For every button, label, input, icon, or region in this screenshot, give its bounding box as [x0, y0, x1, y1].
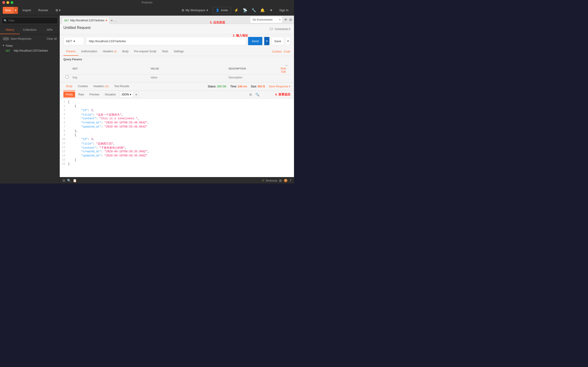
format-select[interactable]: JSON ▾	[120, 92, 133, 98]
req-tab-authorization[interactable]: Authorization	[78, 48, 100, 56]
req-tab-body[interactable]: Body	[120, 48, 131, 56]
new-button[interactable]: New	[3, 7, 13, 14]
person-icon: 👤	[216, 8, 219, 12]
new-dropdown-arrow[interactable]: ▾	[13, 7, 18, 14]
sidebar-tab-apis[interactable]: APIs	[40, 26, 60, 34]
method-badge: GET	[6, 50, 12, 52]
send-button[interactable]: Send	[248, 37, 262, 45]
description-input[interactable]	[229, 76, 288, 79]
request-subtabs: Params Authorization Headers (6) Body Pr…	[60, 48, 294, 56]
invite-button[interactable]: 👤 Invite	[213, 7, 231, 14]
copy-button[interactable]: ⧉	[248, 92, 254, 98]
env-select-wrapper: No Environment ▾	[250, 16, 282, 23]
code-body[interactable]: 1 [ 2 { 3 "id": 2, 4 "title": "这是一个寂寞的天"…	[60, 99, 294, 177]
workspace-label: My Workspace	[186, 8, 205, 12]
save-dropdown[interactable]: ▾	[286, 37, 290, 45]
req-tab-prerequest[interactable]: Pre-request Script	[131, 48, 159, 56]
more-tabs-button[interactable]: ···	[114, 19, 117, 23]
cookies-link[interactable]: Cookies	[272, 50, 282, 53]
code-line-14: 14 "updated_at": "2020-04-18T08:56:35.94…	[60, 154, 294, 158]
notifications-button[interactable]: 🔔	[259, 7, 266, 14]
save-response-button[interactable]: Save Response ▾	[269, 85, 290, 88]
resp-tab-body[interactable]: Body	[63, 82, 75, 91]
req-tab-params[interactable]: Params	[63, 48, 78, 56]
env-eye-button[interactable]: 👁	[284, 18, 287, 22]
bootcamp-icon: 🎓	[262, 179, 265, 182]
resp-tab-test-results[interactable]: Test Results	[111, 82, 132, 91]
history-group-today[interactable]: ▾ Today	[0, 43, 60, 48]
save-button[interactable]: Save	[271, 37, 284, 45]
search-icon[interactable]: 🔍	[67, 179, 71, 182]
close-button[interactable]	[2, 1, 5, 4]
method-select[interactable]: GET ▾	[63, 37, 84, 45]
workspace-arrow: ▾	[207, 8, 208, 12]
value-input[interactable]	[151, 76, 225, 79]
sidebar-tabs: History Collections APIs	[0, 26, 60, 34]
search-button[interactable]: 🔍	[254, 92, 260, 98]
history-group-label: Today	[6, 44, 13, 47]
help-icon[interactable]: ?	[289, 179, 291, 182]
code-line-11: 11 "title": "盐焗西兰花",	[60, 142, 294, 146]
tab-method: GET	[64, 19, 69, 22]
req-tab-headers[interactable]: Headers (6)	[100, 48, 120, 56]
code-line-15: 15 }	[60, 158, 294, 162]
content-area: GET http://localhost:1337/articles + ···…	[60, 16, 294, 184]
req-tab-tests[interactable]: Tests	[159, 48, 171, 56]
history-item[interactable]: GET http://localhost:1337/articles	[0, 48, 60, 53]
code-line-10: 10 "id": 3,	[60, 138, 294, 142]
view-raw-button[interactable]: Raw	[76, 92, 86, 98]
maximize-button[interactable]	[10, 1, 13, 4]
minimize-button[interactable]	[6, 1, 9, 4]
history-icon[interactable]: 📋	[73, 179, 77, 182]
param-checkbox[interactable]	[65, 75, 69, 78]
cookie-icon[interactable]: 🍪	[284, 179, 288, 182]
console-icon[interactable]: ⊟	[62, 179, 65, 182]
format-lines-button[interactable]: ≡	[134, 92, 139, 98]
settings-button[interactable]: 🔧	[250, 7, 257, 14]
satellite-button[interactable]: 📡	[242, 7, 249, 14]
filter-input[interactable]	[2, 17, 58, 24]
col-description: DESCRIPTION	[227, 63, 277, 75]
view-visualize-button[interactable]: Visualize	[103, 92, 118, 98]
capture-button[interactable]: ⊞ ▾	[53, 7, 63, 14]
resp-tab-headers[interactable]: Headers (10)	[91, 82, 112, 91]
view-pretty-button[interactable]: Pretty	[63, 92, 75, 98]
comments-area: Comments 0	[270, 27, 290, 31]
send-dropdown[interactable]: ▾	[264, 37, 269, 45]
response-status: Status: 200 OK Time: 248 ms Size: 683 B …	[208, 85, 290, 88]
sidebar-tab-collections[interactable]: Collections	[20, 26, 40, 34]
import-button[interactable]: Import	[20, 7, 34, 14]
lightning-button[interactable]: ⚡	[233, 7, 240, 14]
view-preview-button[interactable]: Preview	[87, 92, 102, 98]
bootcamp-button[interactable]: 🎓 Bootcamp	[262, 179, 277, 182]
bulk-edit-button[interactable]: Bulk Edit	[278, 67, 288, 73]
url-bar-area: 2. 输入地址 GET ▾ Send ▾ Save ▾	[60, 35, 294, 48]
save-responses-label: Save Responses	[3, 37, 32, 40]
time-label: Time: 248 ms	[230, 85, 247, 88]
layout-icon[interactable]: ⊞	[279, 179, 282, 182]
resp-tab-cookies[interactable]: Cookies	[75, 82, 90, 91]
req-tab-settings[interactable]: Settings	[171, 48, 186, 56]
capture-icon: ⊞	[56, 8, 58, 12]
active-request-tab[interactable]: GET http://localhost:1337/articles	[61, 17, 110, 24]
request-tabs-list: GET http://localhost:1337/articles + ···	[61, 16, 250, 23]
workspace-button[interactable]: ⊞ My Workspace ▾	[179, 7, 211, 14]
window-controls[interactable]	[2, 1, 13, 4]
save-responses-toggle[interactable]	[3, 37, 9, 40]
heart-button[interactable]: ♥	[268, 7, 275, 14]
env-settings-button[interactable]: ⚙	[289, 18, 292, 22]
query-params-area: Query Params KEY VALUE DESCRIPTION ··· B…	[60, 56, 294, 82]
runner-button[interactable]: Runner	[36, 7, 51, 14]
col-key: KEY	[71, 63, 149, 75]
add-tab-button[interactable]: +	[110, 18, 114, 23]
signin-button[interactable]: Sign In	[277, 7, 291, 14]
params-table: KEY VALUE DESCRIPTION ··· Bulk Edit	[63, 63, 290, 80]
clear-all-button[interactable]: Clear all	[47, 37, 57, 40]
environment-select[interactable]: No Environment	[250, 16, 282, 23]
code-link[interactable]: Code	[284, 50, 290, 53]
title-bar: Postman	[0, 0, 294, 5]
url-input[interactable]	[86, 37, 246, 45]
save-responses-row: Save Responses Clear all	[0, 36, 60, 41]
key-input[interactable]	[73, 76, 147, 79]
sidebar-tab-history[interactable]: History	[0, 26, 20, 34]
